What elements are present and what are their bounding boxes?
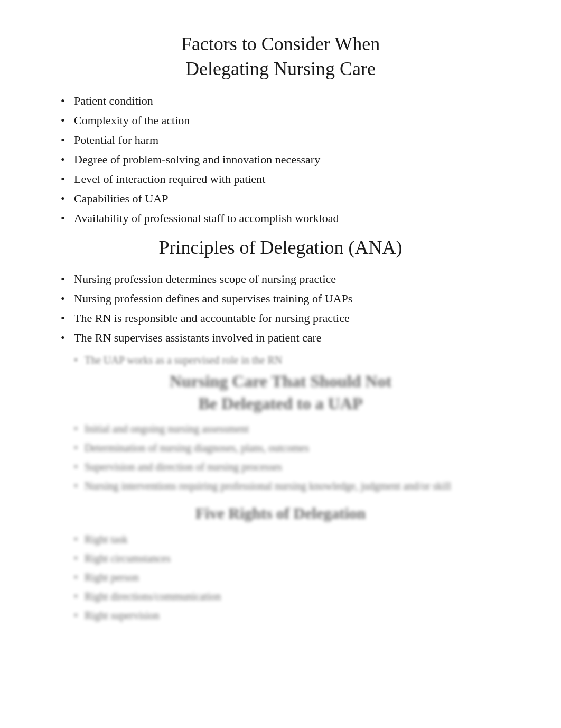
section1-title: Factors to Consider When Delegating Nurs… [42, 32, 519, 81]
section2-title: Principles of Delegation (ANA) [42, 235, 519, 260]
list-item: Level of interaction required with patie… [63, 170, 519, 188]
list-item: Patient condition [63, 92, 519, 109]
list-item: The RN is responsible and accountable fo… [63, 309, 519, 327]
list-item: Right circumstances [74, 550, 519, 567]
list-item: Initial and ongoing nursing assessment [74, 420, 519, 437]
section3-title: Nursing Care That Should Not Be Delegate… [42, 371, 519, 414]
list-item: Availability of professional staff to ac… [63, 209, 519, 227]
list-item: Right supervision [74, 607, 519, 624]
list-item: Nursing interventions requiring professi… [74, 477, 519, 494]
list-item: The RN supervises assistants involved in… [63, 329, 519, 346]
list-item: Right directions/communication [74, 588, 519, 605]
list-item: Capabilities of UAP [63, 190, 519, 207]
list-item: Degree of problem-solving and innovation… [63, 151, 519, 168]
list-item-partial: The UAP works as a supervised role in th… [74, 352, 519, 368]
section3-blurred: Nursing Care That Should Not Be Delegate… [42, 371, 519, 623]
section1-list: Patient condition Complexity of the acti… [63, 92, 519, 227]
list-item: Supervision and direction of nursing pro… [74, 458, 519, 475]
list-item: Potential for harm [63, 131, 519, 149]
list-item: Nursing profession defines and supervise… [63, 290, 519, 307]
section4-title: Five Rights of Delegation [42, 503, 519, 523]
list-item: Right person [74, 569, 519, 586]
list-item: Right task [74, 531, 519, 548]
list-item: Nursing profession determines scope of n… [63, 270, 519, 288]
list-item: Determination of nursing diagnoses, plan… [74, 439, 519, 456]
section2-list: Nursing profession determines scope of n… [63, 270, 519, 346]
list-item: Complexity of the action [63, 112, 519, 129]
